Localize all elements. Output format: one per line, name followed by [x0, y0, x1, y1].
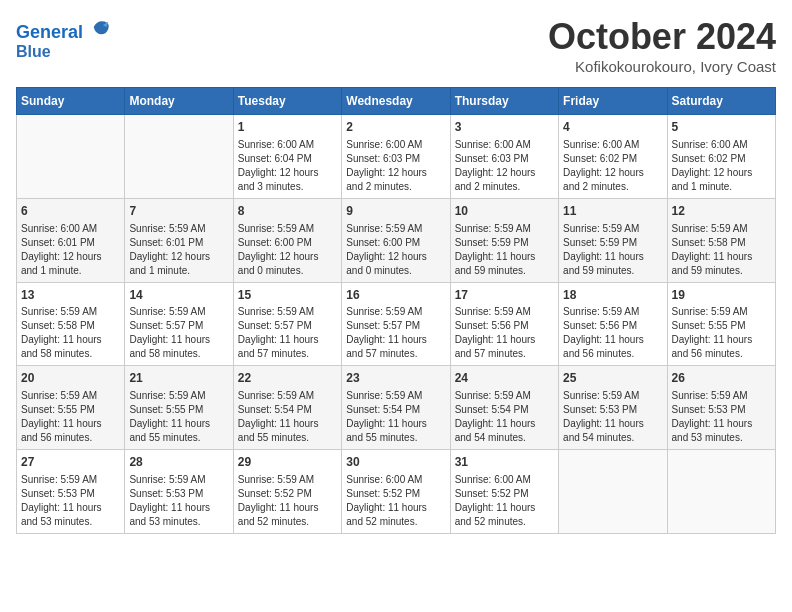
calendar-week-2: 6Sunrise: 6:00 AM Sunset: 6:01 PM Daylig…: [17, 198, 776, 282]
day-info: Sunrise: 5:59 AM Sunset: 5:55 PM Dayligh…: [129, 389, 228, 445]
calendar-cell: 18Sunrise: 5:59 AM Sunset: 5:56 PM Dayli…: [559, 282, 667, 366]
day-info: Sunrise: 5:59 AM Sunset: 6:00 PM Dayligh…: [346, 222, 445, 278]
day-info: Sunrise: 5:59 AM Sunset: 5:59 PM Dayligh…: [563, 222, 662, 278]
calendar-cell: 14Sunrise: 5:59 AM Sunset: 5:57 PM Dayli…: [125, 282, 233, 366]
weekday-wednesday: Wednesday: [342, 88, 450, 115]
day-info: Sunrise: 6:00 AM Sunset: 6:04 PM Dayligh…: [238, 138, 337, 194]
day-info: Sunrise: 6:00 AM Sunset: 5:52 PM Dayligh…: [346, 473, 445, 529]
month-title: October 2024: [548, 16, 776, 58]
calendar-cell: 20Sunrise: 5:59 AM Sunset: 5:55 PM Dayli…: [17, 366, 125, 450]
weekday-sunday: Sunday: [17, 88, 125, 115]
calendar-cell: 28Sunrise: 5:59 AM Sunset: 5:53 PM Dayli…: [125, 450, 233, 534]
day-number: 1: [238, 119, 337, 136]
calendar-cell: [125, 115, 233, 199]
weekday-monday: Monday: [125, 88, 233, 115]
day-number: 6: [21, 203, 120, 220]
logo-general: General: [16, 22, 83, 42]
calendar-cell: 12Sunrise: 5:59 AM Sunset: 5:58 PM Dayli…: [667, 198, 775, 282]
calendar-cell: 8Sunrise: 5:59 AM Sunset: 6:00 PM Daylig…: [233, 198, 341, 282]
logo-text: General: [16, 16, 112, 43]
day-number: 29: [238, 454, 337, 471]
calendar-cell: 15Sunrise: 5:59 AM Sunset: 5:57 PM Dayli…: [233, 282, 341, 366]
day-info: Sunrise: 5:59 AM Sunset: 6:01 PM Dayligh…: [129, 222, 228, 278]
day-info: Sunrise: 5:59 AM Sunset: 5:55 PM Dayligh…: [21, 389, 120, 445]
weekday-saturday: Saturday: [667, 88, 775, 115]
day-info: Sunrise: 6:00 AM Sunset: 6:03 PM Dayligh…: [346, 138, 445, 194]
day-info: Sunrise: 6:00 AM Sunset: 6:01 PM Dayligh…: [21, 222, 120, 278]
title-block: October 2024 Kofikokourokouro, Ivory Coa…: [548, 16, 776, 75]
day-number: 13: [21, 287, 120, 304]
day-info: Sunrise: 5:59 AM Sunset: 5:58 PM Dayligh…: [672, 222, 771, 278]
day-number: 27: [21, 454, 120, 471]
calendar-cell: 24Sunrise: 5:59 AM Sunset: 5:54 PM Dayli…: [450, 366, 558, 450]
weekday-thursday: Thursday: [450, 88, 558, 115]
day-number: 19: [672, 287, 771, 304]
day-number: 23: [346, 370, 445, 387]
day-info: Sunrise: 5:59 AM Sunset: 5:54 PM Dayligh…: [238, 389, 337, 445]
day-number: 21: [129, 370, 228, 387]
calendar-cell: 2Sunrise: 6:00 AM Sunset: 6:03 PM Daylig…: [342, 115, 450, 199]
calendar-cell: 17Sunrise: 5:59 AM Sunset: 5:56 PM Dayli…: [450, 282, 558, 366]
calendar-cell: 6Sunrise: 6:00 AM Sunset: 6:01 PM Daylig…: [17, 198, 125, 282]
calendar-header: SundayMondayTuesdayWednesdayThursdayFrid…: [17, 88, 776, 115]
day-info: Sunrise: 6:00 AM Sunset: 6:02 PM Dayligh…: [563, 138, 662, 194]
day-number: 7: [129, 203, 228, 220]
calendar-cell: 22Sunrise: 5:59 AM Sunset: 5:54 PM Dayli…: [233, 366, 341, 450]
day-number: 24: [455, 370, 554, 387]
calendar-cell: 27Sunrise: 5:59 AM Sunset: 5:53 PM Dayli…: [17, 450, 125, 534]
calendar-cell: 21Sunrise: 5:59 AM Sunset: 5:55 PM Dayli…: [125, 366, 233, 450]
calendar-cell: 7Sunrise: 5:59 AM Sunset: 6:01 PM Daylig…: [125, 198, 233, 282]
day-number: 17: [455, 287, 554, 304]
day-number: 10: [455, 203, 554, 220]
day-info: Sunrise: 6:00 AM Sunset: 6:02 PM Dayligh…: [672, 138, 771, 194]
calendar-cell: 29Sunrise: 5:59 AM Sunset: 5:52 PM Dayli…: [233, 450, 341, 534]
calendar-week-4: 20Sunrise: 5:59 AM Sunset: 5:55 PM Dayli…: [17, 366, 776, 450]
weekday-header-row: SundayMondayTuesdayWednesdayThursdayFrid…: [17, 88, 776, 115]
calendar-cell: 30Sunrise: 6:00 AM Sunset: 5:52 PM Dayli…: [342, 450, 450, 534]
day-info: Sunrise: 5:59 AM Sunset: 5:57 PM Dayligh…: [238, 305, 337, 361]
calendar-table: SundayMondayTuesdayWednesdayThursdayFrid…: [16, 87, 776, 534]
logo: General Blue: [16, 16, 112, 60]
calendar-body: 1Sunrise: 6:00 AM Sunset: 6:04 PM Daylig…: [17, 115, 776, 534]
day-info: Sunrise: 6:00 AM Sunset: 5:52 PM Dayligh…: [455, 473, 554, 529]
day-number: 28: [129, 454, 228, 471]
day-number: 12: [672, 203, 771, 220]
location-subtitle: Kofikokourokouro, Ivory Coast: [548, 58, 776, 75]
calendar-cell: 9Sunrise: 5:59 AM Sunset: 6:00 PM Daylig…: [342, 198, 450, 282]
day-number: 14: [129, 287, 228, 304]
day-info: Sunrise: 5:59 AM Sunset: 5:59 PM Dayligh…: [455, 222, 554, 278]
day-info: Sunrise: 5:59 AM Sunset: 5:53 PM Dayligh…: [129, 473, 228, 529]
day-number: 25: [563, 370, 662, 387]
logo-blue: Blue: [16, 43, 112, 61]
day-number: 11: [563, 203, 662, 220]
day-number: 9: [346, 203, 445, 220]
day-info: Sunrise: 5:59 AM Sunset: 5:53 PM Dayligh…: [672, 389, 771, 445]
day-number: 5: [672, 119, 771, 136]
day-number: 4: [563, 119, 662, 136]
calendar-week-5: 27Sunrise: 5:59 AM Sunset: 5:53 PM Dayli…: [17, 450, 776, 534]
logo-icon: [90, 16, 112, 38]
day-number: 31: [455, 454, 554, 471]
calendar-cell: 26Sunrise: 5:59 AM Sunset: 5:53 PM Dayli…: [667, 366, 775, 450]
calendar-week-1: 1Sunrise: 6:00 AM Sunset: 6:04 PM Daylig…: [17, 115, 776, 199]
calendar-cell: [559, 450, 667, 534]
day-info: Sunrise: 5:59 AM Sunset: 5:53 PM Dayligh…: [21, 473, 120, 529]
calendar-cell: 19Sunrise: 5:59 AM Sunset: 5:55 PM Dayli…: [667, 282, 775, 366]
day-number: 18: [563, 287, 662, 304]
day-info: Sunrise: 5:59 AM Sunset: 6:00 PM Dayligh…: [238, 222, 337, 278]
day-info: Sunrise: 5:59 AM Sunset: 5:52 PM Dayligh…: [238, 473, 337, 529]
calendar-cell: 13Sunrise: 5:59 AM Sunset: 5:58 PM Dayli…: [17, 282, 125, 366]
day-number: 22: [238, 370, 337, 387]
page-header: General Blue October 2024 Kofikokourokou…: [16, 16, 776, 75]
calendar-cell: [667, 450, 775, 534]
day-info: Sunrise: 5:59 AM Sunset: 5:56 PM Dayligh…: [455, 305, 554, 361]
day-info: Sunrise: 5:59 AM Sunset: 5:55 PM Dayligh…: [672, 305, 771, 361]
calendar-cell: 10Sunrise: 5:59 AM Sunset: 5:59 PM Dayli…: [450, 198, 558, 282]
day-number: 30: [346, 454, 445, 471]
day-info: Sunrise: 5:59 AM Sunset: 5:56 PM Dayligh…: [563, 305, 662, 361]
day-number: 26: [672, 370, 771, 387]
day-info: Sunrise: 5:59 AM Sunset: 5:58 PM Dayligh…: [21, 305, 120, 361]
day-info: Sunrise: 5:59 AM Sunset: 5:53 PM Dayligh…: [563, 389, 662, 445]
day-info: Sunrise: 6:00 AM Sunset: 6:03 PM Dayligh…: [455, 138, 554, 194]
calendar-cell: 3Sunrise: 6:00 AM Sunset: 6:03 PM Daylig…: [450, 115, 558, 199]
